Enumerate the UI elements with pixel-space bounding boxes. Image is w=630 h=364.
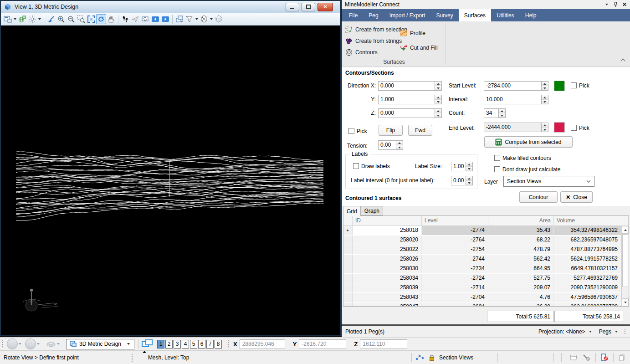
table-cell[interactable]: -2694 bbox=[422, 302, 488, 306]
tab-peg[interactable]: Peg bbox=[363, 9, 384, 21]
column-header-level[interactable]: Level bbox=[422, 216, 488, 226]
table-cell[interactable]: 5624.19915778252 bbox=[554, 255, 621, 264]
table-cell[interactable]: 262.016920378739 bbox=[554, 302, 621, 306]
tension-field[interactable]: 0.00 bbox=[378, 140, 403, 150]
count-field[interactable]: 34 bbox=[484, 108, 506, 118]
pegs-selector[interactable]: Pegs bbox=[599, 328, 611, 335]
viewport-3d[interactable] bbox=[1, 26, 340, 335]
panel-titlebar[interactable]: MineModeller Connect ✕ bbox=[342, 0, 630, 9]
tab-file[interactable]: File bbox=[343, 9, 363, 21]
ribbon-collapse-chevron-icon[interactable] bbox=[620, 58, 625, 62]
view-button-2[interactable]: 2 bbox=[165, 340, 173, 349]
tension-spinner[interactable] bbox=[396, 141, 403, 149]
update-view-brush-icon[interactable] bbox=[46, 14, 56, 24]
table-cell[interactable]: -2744 bbox=[422, 255, 488, 264]
string-edit-icon[interactable] bbox=[415, 354, 425, 361]
layer-combo[interactable]: Section Views bbox=[503, 176, 594, 187]
nav-back-dropdown[interactable] bbox=[19, 343, 21, 345]
maximize-button[interactable] bbox=[302, 3, 315, 11]
tab-surfaces[interactable]: Surfaces bbox=[459, 9, 491, 21]
view-button-1[interactable]: 1 bbox=[157, 340, 164, 349]
clip-mask-dropdown[interactable] bbox=[210, 18, 213, 20]
render-mode-dropdown[interactable] bbox=[38, 18, 41, 20]
column-header-volume[interactable]: Volume bbox=[554, 216, 629, 226]
view-previous-icon[interactable] bbox=[150, 14, 160, 24]
table-cell[interactable]: 4.76 bbox=[488, 293, 554, 302]
table-cell[interactable]: -2714 bbox=[422, 283, 488, 292]
table-cell[interactable]: 258022 bbox=[353, 245, 422, 254]
nav-back-button[interactable] bbox=[7, 338, 18, 349]
contours-button[interactable]: Contours bbox=[345, 48, 378, 56]
nav-forward-dropdown[interactable] bbox=[37, 343, 40, 345]
status-splitter[interactable] bbox=[131, 354, 133, 362]
table-cell[interactable]: 258039 bbox=[353, 283, 422, 292]
tab-graph[interactable]: Graph bbox=[361, 206, 383, 215]
zoom-out-icon[interactable] bbox=[66, 14, 76, 24]
walk-icon[interactable] bbox=[120, 14, 130, 24]
start-color-swatch[interactable] bbox=[554, 81, 565, 91]
view-button-4[interactable]: 4 bbox=[182, 340, 189, 349]
recent-views-dropdown[interactable] bbox=[57, 343, 60, 345]
script-icon[interactable] bbox=[569, 354, 578, 361]
clip-volume-dropdown[interactable] bbox=[195, 18, 198, 20]
table-cell[interactable]: -2734 bbox=[422, 264, 488, 273]
compute-from-selected-button[interactable]: Compute from selected bbox=[484, 136, 573, 148]
label-interval-field[interactable]: 0.00 bbox=[451, 176, 473, 185]
tab-grid[interactable]: Grid bbox=[343, 206, 361, 216]
toolbar-drag-grip[interactable] bbox=[1, 340, 4, 348]
table-row[interactable]: 258026-2744562.425624.19915778252 bbox=[343, 255, 621, 264]
section-box-icon[interactable] bbox=[214, 14, 224, 24]
end-pick-checkbox[interactable] bbox=[571, 125, 577, 131]
table-cell[interactable]: 26.20 bbox=[488, 302, 554, 306]
table-row[interactable]: 258047-269426.20262.016920378739 bbox=[343, 302, 621, 306]
table-cell[interactable]: 68.22 bbox=[488, 236, 554, 245]
table-cell[interactable]: 4787.88773764995 bbox=[554, 245, 621, 254]
scroll-down-button[interactable] bbox=[622, 298, 629, 306]
view-button-8[interactable]: 8 bbox=[215, 340, 222, 349]
table-row[interactable]: 258034-2724527.755277.4693272769 bbox=[343, 274, 621, 283]
tab-utilities[interactable]: Utilities bbox=[491, 9, 520, 21]
table-cell[interactable]: 682.236597048075 bbox=[554, 236, 621, 245]
table-cell[interactable]: 354.327498146322 bbox=[554, 226, 621, 235]
table-cell[interactable]: 35.43 bbox=[488, 226, 554, 235]
direction-y-spinner[interactable] bbox=[435, 95, 441, 104]
view-button-3[interactable]: 3 bbox=[174, 340, 181, 349]
table-cell[interactable]: 5277.4693272769 bbox=[554, 274, 621, 283]
table-cell[interactable]: 209.07 bbox=[488, 283, 554, 292]
view-attributes-icon[interactable] bbox=[3, 14, 13, 24]
table-cell[interactable]: -2774 bbox=[422, 226, 488, 235]
view-next-icon[interactable] bbox=[160, 14, 170, 24]
view-attributes-dropdown[interactable] bbox=[14, 18, 16, 20]
table-cell[interactable]: 258047 bbox=[353, 302, 422, 306]
make-filled-contours-checkbox[interactable] bbox=[494, 155, 500, 161]
nav-forward-button[interactable] bbox=[25, 338, 36, 349]
view-window-titlebar[interactable]: View 1, 3D Metric Design ✕ bbox=[1, 1, 340, 13]
create-from-selection-button[interactable]: Create from selection bbox=[345, 26, 407, 34]
clip-volume-icon[interactable] bbox=[184, 14, 195, 24]
table-cell[interactable]: 527.75 bbox=[488, 274, 554, 283]
direction-z-field[interactable]: 0.000 bbox=[378, 108, 442, 118]
table-cell[interactable]: -2754 bbox=[422, 245, 488, 254]
recent-views-icon[interactable] bbox=[46, 340, 56, 348]
design-combo-dropdown[interactable] bbox=[127, 343, 130, 345]
tab-survey[interactable]: Survey bbox=[430, 9, 458, 21]
y-coord-field[interactable]: -2616.720 bbox=[299, 339, 346, 349]
table-cell[interactable]: 258020 bbox=[353, 236, 422, 245]
fly-icon[interactable] bbox=[130, 14, 140, 24]
interval-field[interactable]: 10.000 bbox=[484, 95, 548, 104]
table-cell[interactable]: 258034 bbox=[353, 274, 422, 283]
label-interval-spinner[interactable] bbox=[466, 176, 472, 185]
view-button-5[interactable]: 5 bbox=[190, 340, 197, 349]
projection-selector[interactable]: Projection: <None> bbox=[538, 328, 585, 335]
design-combo[interactable]: 3D Metric Design bbox=[66, 339, 134, 349]
column-header-area[interactable]: Area bbox=[488, 216, 554, 226]
pin-icon[interactable] bbox=[614, 2, 618, 8]
table-cell[interactable]: 478.79 bbox=[488, 245, 554, 254]
tile-windows-icon[interactable] bbox=[142, 339, 153, 349]
draw-labels-checkbox[interactable] bbox=[353, 163, 359, 169]
direction-x-field[interactable]: 0.000 bbox=[378, 81, 442, 91]
table-cell[interactable]: 664.95 bbox=[488, 264, 554, 273]
table-row[interactable]: 258030-2734664.956649.47810321157 bbox=[343, 264, 621, 274]
direction-pick-checkbox[interactable] bbox=[348, 128, 354, 134]
create-from-strings-button[interactable]: Create from strings bbox=[345, 37, 402, 45]
